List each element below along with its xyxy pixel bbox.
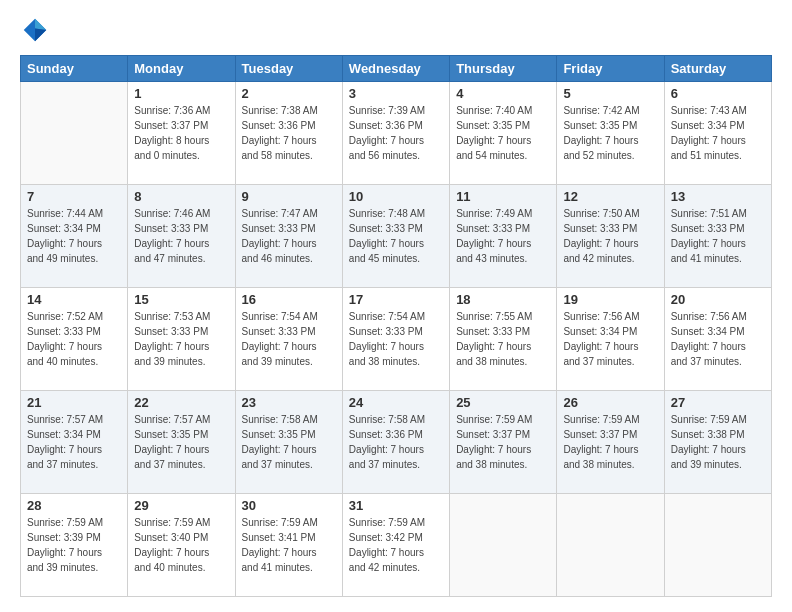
calendar-cell: 6Sunrise: 7:43 AM Sunset: 3:34 PM Daylig… (664, 82, 771, 185)
calendar-cell: 29Sunrise: 7:59 AM Sunset: 3:40 PM Dayli… (128, 494, 235, 597)
calendar-week-row: 1Sunrise: 7:36 AM Sunset: 3:37 PM Daylig… (21, 82, 772, 185)
calendar-cell (664, 494, 771, 597)
calendar-cell (21, 82, 128, 185)
day-info: Sunrise: 7:59 AM Sunset: 3:40 PM Dayligh… (134, 515, 228, 575)
calendar-cell: 10Sunrise: 7:48 AM Sunset: 3:33 PM Dayli… (342, 185, 449, 288)
calendar-week-row: 14Sunrise: 7:52 AM Sunset: 3:33 PM Dayli… (21, 288, 772, 391)
day-number: 5 (563, 86, 657, 101)
day-number: 30 (242, 498, 336, 513)
logo-icon (20, 15, 50, 45)
day-info: Sunrise: 7:58 AM Sunset: 3:35 PM Dayligh… (242, 412, 336, 472)
day-number: 7 (27, 189, 121, 204)
weekday-header-row: SundayMondayTuesdayWednesdayThursdayFrid… (21, 56, 772, 82)
day-info: Sunrise: 7:48 AM Sunset: 3:33 PM Dayligh… (349, 206, 443, 266)
day-info: Sunrise: 7:59 AM Sunset: 3:37 PM Dayligh… (563, 412, 657, 472)
day-info: Sunrise: 7:38 AM Sunset: 3:36 PM Dayligh… (242, 103, 336, 163)
calendar-cell: 28Sunrise: 7:59 AM Sunset: 3:39 PM Dayli… (21, 494, 128, 597)
day-number: 6 (671, 86, 765, 101)
day-info: Sunrise: 7:36 AM Sunset: 3:37 PM Dayligh… (134, 103, 228, 163)
page: SundayMondayTuesdayWednesdayThursdayFrid… (0, 0, 792, 612)
calendar-cell: 27Sunrise: 7:59 AM Sunset: 3:38 PM Dayli… (664, 391, 771, 494)
day-info: Sunrise: 7:53 AM Sunset: 3:33 PM Dayligh… (134, 309, 228, 369)
day-number: 15 (134, 292, 228, 307)
svg-marker-1 (35, 19, 46, 30)
calendar-cell: 19Sunrise: 7:56 AM Sunset: 3:34 PM Dayli… (557, 288, 664, 391)
day-info: Sunrise: 7:55 AM Sunset: 3:33 PM Dayligh… (456, 309, 550, 369)
day-number: 2 (242, 86, 336, 101)
svg-marker-2 (35, 29, 46, 42)
calendar-cell: 25Sunrise: 7:59 AM Sunset: 3:37 PM Dayli… (450, 391, 557, 494)
day-number: 26 (563, 395, 657, 410)
day-info: Sunrise: 7:50 AM Sunset: 3:33 PM Dayligh… (563, 206, 657, 266)
day-number: 21 (27, 395, 121, 410)
calendar-table: SundayMondayTuesdayWednesdayThursdayFrid… (20, 55, 772, 597)
calendar-week-row: 21Sunrise: 7:57 AM Sunset: 3:34 PM Dayli… (21, 391, 772, 494)
calendar-cell: 2Sunrise: 7:38 AM Sunset: 3:36 PM Daylig… (235, 82, 342, 185)
calendar-cell: 9Sunrise: 7:47 AM Sunset: 3:33 PM Daylig… (235, 185, 342, 288)
day-number: 16 (242, 292, 336, 307)
day-number: 13 (671, 189, 765, 204)
day-info: Sunrise: 7:57 AM Sunset: 3:35 PM Dayligh… (134, 412, 228, 472)
calendar-week-row: 28Sunrise: 7:59 AM Sunset: 3:39 PM Dayli… (21, 494, 772, 597)
day-info: Sunrise: 7:58 AM Sunset: 3:36 PM Dayligh… (349, 412, 443, 472)
day-number: 17 (349, 292, 443, 307)
header (20, 15, 772, 45)
weekday-header-sunday: Sunday (21, 56, 128, 82)
day-info: Sunrise: 7:46 AM Sunset: 3:33 PM Dayligh… (134, 206, 228, 266)
day-number: 8 (134, 189, 228, 204)
calendar-cell (557, 494, 664, 597)
day-info: Sunrise: 7:54 AM Sunset: 3:33 PM Dayligh… (242, 309, 336, 369)
day-info: Sunrise: 7:44 AM Sunset: 3:34 PM Dayligh… (27, 206, 121, 266)
day-number: 18 (456, 292, 550, 307)
calendar-cell: 30Sunrise: 7:59 AM Sunset: 3:41 PM Dayli… (235, 494, 342, 597)
day-info: Sunrise: 7:42 AM Sunset: 3:35 PM Dayligh… (563, 103, 657, 163)
day-number: 12 (563, 189, 657, 204)
day-info: Sunrise: 7:59 AM Sunset: 3:41 PM Dayligh… (242, 515, 336, 575)
day-info: Sunrise: 7:59 AM Sunset: 3:37 PM Dayligh… (456, 412, 550, 472)
weekday-header-saturday: Saturday (664, 56, 771, 82)
weekday-header-tuesday: Tuesday (235, 56, 342, 82)
day-info: Sunrise: 7:59 AM Sunset: 3:39 PM Dayligh… (27, 515, 121, 575)
calendar-cell: 5Sunrise: 7:42 AM Sunset: 3:35 PM Daylig… (557, 82, 664, 185)
day-info: Sunrise: 7:43 AM Sunset: 3:34 PM Dayligh… (671, 103, 765, 163)
day-number: 11 (456, 189, 550, 204)
day-number: 25 (456, 395, 550, 410)
calendar-cell: 8Sunrise: 7:46 AM Sunset: 3:33 PM Daylig… (128, 185, 235, 288)
calendar-cell: 15Sunrise: 7:53 AM Sunset: 3:33 PM Dayli… (128, 288, 235, 391)
day-number: 20 (671, 292, 765, 307)
calendar-cell: 13Sunrise: 7:51 AM Sunset: 3:33 PM Dayli… (664, 185, 771, 288)
calendar-cell: 14Sunrise: 7:52 AM Sunset: 3:33 PM Dayli… (21, 288, 128, 391)
day-info: Sunrise: 7:54 AM Sunset: 3:33 PM Dayligh… (349, 309, 443, 369)
day-info: Sunrise: 7:56 AM Sunset: 3:34 PM Dayligh… (671, 309, 765, 369)
day-info: Sunrise: 7:49 AM Sunset: 3:33 PM Dayligh… (456, 206, 550, 266)
calendar-cell: 17Sunrise: 7:54 AM Sunset: 3:33 PM Dayli… (342, 288, 449, 391)
day-info: Sunrise: 7:39 AM Sunset: 3:36 PM Dayligh… (349, 103, 443, 163)
weekday-header-monday: Monday (128, 56, 235, 82)
calendar-week-row: 7Sunrise: 7:44 AM Sunset: 3:34 PM Daylig… (21, 185, 772, 288)
calendar-cell: 21Sunrise: 7:57 AM Sunset: 3:34 PM Dayli… (21, 391, 128, 494)
weekday-header-friday: Friday (557, 56, 664, 82)
day-number: 9 (242, 189, 336, 204)
day-info: Sunrise: 7:52 AM Sunset: 3:33 PM Dayligh… (27, 309, 121, 369)
calendar-cell: 1Sunrise: 7:36 AM Sunset: 3:37 PM Daylig… (128, 82, 235, 185)
day-info: Sunrise: 7:47 AM Sunset: 3:33 PM Dayligh… (242, 206, 336, 266)
day-info: Sunrise: 7:59 AM Sunset: 3:38 PM Dayligh… (671, 412, 765, 472)
day-number: 27 (671, 395, 765, 410)
calendar-cell: 12Sunrise: 7:50 AM Sunset: 3:33 PM Dayli… (557, 185, 664, 288)
day-number: 10 (349, 189, 443, 204)
calendar-cell: 20Sunrise: 7:56 AM Sunset: 3:34 PM Dayli… (664, 288, 771, 391)
day-info: Sunrise: 7:40 AM Sunset: 3:35 PM Dayligh… (456, 103, 550, 163)
day-number: 24 (349, 395, 443, 410)
day-number: 22 (134, 395, 228, 410)
day-number: 1 (134, 86, 228, 101)
day-number: 23 (242, 395, 336, 410)
calendar-cell: 31Sunrise: 7:59 AM Sunset: 3:42 PM Dayli… (342, 494, 449, 597)
calendar-cell: 18Sunrise: 7:55 AM Sunset: 3:33 PM Dayli… (450, 288, 557, 391)
weekday-header-thursday: Thursday (450, 56, 557, 82)
day-number: 31 (349, 498, 443, 513)
calendar-cell: 24Sunrise: 7:58 AM Sunset: 3:36 PM Dayli… (342, 391, 449, 494)
day-number: 3 (349, 86, 443, 101)
calendar-cell: 7Sunrise: 7:44 AM Sunset: 3:34 PM Daylig… (21, 185, 128, 288)
day-number: 19 (563, 292, 657, 307)
day-number: 29 (134, 498, 228, 513)
